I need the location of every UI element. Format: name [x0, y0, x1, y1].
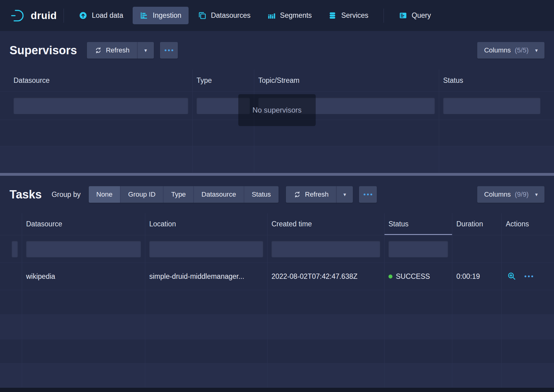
refresh-button[interactable]: Refresh — [286, 186, 336, 203]
datasource-cell[interactable]: wikipedia — [22, 263, 145, 290]
table-cell — [452, 290, 502, 314]
column-header-created-time[interactable]: Created time — [267, 213, 384, 235]
table-cell — [10, 92, 193, 120]
table-cell — [384, 290, 452, 314]
segments-icon — [267, 11, 275, 20]
actions-cell — [502, 263, 544, 290]
table-cell — [267, 339, 384, 363]
tasks-header-row: Datasource Location Created time Status … — [0, 213, 554, 235]
table-cell — [22, 290, 145, 314]
location-cell[interactable]: simple-druid-middlemanager... — [145, 263, 267, 290]
status-cell[interactable]: SUCCESS — [384, 263, 452, 290]
refresh-label: Refresh — [305, 190, 329, 198]
nav-item-segments[interactable]: Segments — [260, 7, 319, 24]
druid-logo[interactable]: druid — [10, 9, 57, 22]
horizontal-scrollbar[interactable] — [0, 173, 554, 176]
task-actions-menu-button[interactable] — [525, 275, 533, 277]
refresh-dropdown-button[interactable]: ▾ — [137, 42, 154, 59]
supervisors-refresh-group: Refresh ▾ — [87, 42, 154, 59]
table-cell — [22, 363, 145, 387]
table-cell — [439, 92, 544, 120]
table-cell — [384, 315, 452, 339]
status-filter-input[interactable] — [443, 98, 540, 114]
created-time-cell[interactable]: 2022-08-02T07:42:47.638Z — [267, 263, 384, 290]
chevron-down-icon: ▾ — [535, 47, 538, 54]
datasource-filter-input[interactable] — [26, 241, 141, 257]
logo-text: druid — [31, 10, 57, 21]
column-header-status[interactable]: Status — [384, 213, 452, 235]
table-cell — [22, 339, 145, 363]
group-by-datasource-button[interactable]: Datasource — [193, 186, 244, 203]
magnify-plus-icon — [507, 271, 516, 282]
table-row — [0, 146, 554, 173]
refresh-button[interactable]: Refresh — [87, 42, 137, 59]
table-cell — [439, 146, 544, 173]
group-by-type-button[interactable]: Type — [163, 186, 193, 203]
table-cell — [502, 315, 544, 339]
nav-item-label: Query — [412, 11, 431, 20]
column-header-datasource[interactable]: Datasource — [22, 213, 145, 235]
nav-item-label: Services — [341, 11, 368, 20]
cell-text: simple-druid-middlemanager... — [149, 272, 244, 281]
columns-label: Columns — [484, 46, 511, 54]
inspect-task-button[interactable] — [507, 271, 516, 282]
group-by-label: Group by — [52, 190, 81, 199]
table-cell — [10, 120, 193, 146]
column-header-type[interactable]: Type — [193, 70, 254, 91]
created-time-filter-input[interactable] — [271, 241, 380, 257]
table-cell — [145, 315, 267, 339]
tasks-more-button[interactable] — [359, 186, 377, 203]
success-status-dot — [388, 275, 392, 279]
navbar-divider — [64, 9, 64, 23]
table-cell — [384, 339, 452, 363]
task-id-filter-input[interactable] — [12, 241, 18, 257]
table-cell — [502, 235, 544, 263]
group-by-none-button[interactable]: None — [89, 186, 120, 203]
column-header-partial — [10, 213, 22, 235]
duration-cell[interactable]: 0:00:19 — [452, 263, 502, 290]
location-filter-input[interactable] — [149, 241, 263, 257]
nav-item-load-data[interactable]: Load data — [72, 7, 130, 24]
group-by-group-id-button[interactable]: Group ID — [120, 186, 163, 203]
refresh-icon — [95, 47, 102, 54]
column-header-topic-stream[interactable]: Topic/Stream — [254, 70, 439, 91]
button-label: Datasource — [201, 190, 236, 198]
button-label: Type — [171, 190, 186, 198]
table-row — [0, 363, 554, 388]
supervisors-columns-button[interactable]: Columns (5/5) ▾ — [477, 42, 544, 59]
columns-count: (9/9) — [515, 190, 529, 198]
more-icon — [165, 49, 173, 51]
table-cell — [10, 339, 22, 363]
status-filter-input[interactable] — [388, 241, 448, 257]
nav-item-datasources[interactable]: Datasources — [191, 7, 258, 24]
supervisors-more-button[interactable] — [160, 42, 178, 59]
group-by-status-button[interactable]: Status — [244, 186, 279, 203]
nav-item-ingestion[interactable]: Ingestion — [133, 7, 188, 24]
cell-text: 0:00:19 — [456, 272, 480, 281]
table-cell — [10, 315, 22, 339]
status-badge: SUCCESS — [396, 272, 430, 281]
table-row[interactable]: wikipedia simple-druid-middlemanager... … — [0, 263, 554, 290]
nav-item-query[interactable]: Query — [392, 7, 438, 24]
table-cell — [145, 339, 267, 363]
column-header-status[interactable]: Status — [439, 70, 544, 91]
column-header-datasource[interactable]: Datasource — [10, 70, 193, 91]
column-header-actions[interactable]: Actions — [502, 213, 544, 235]
nav-item-services[interactable]: Services — [321, 7, 375, 24]
button-label: None — [96, 190, 113, 198]
table-cell — [22, 235, 145, 263]
tasks-columns-button[interactable]: Columns (9/9) ▾ — [477, 186, 544, 203]
load-data-icon — [79, 11, 87, 20]
button-label: Status — [252, 190, 271, 198]
columns-count: (5/5) — [515, 46, 529, 54]
column-header-duration[interactable]: Duration — [452, 213, 502, 235]
datasource-filter-input[interactable] — [14, 98, 188, 114]
nav-item-label: Segments — [280, 11, 312, 20]
column-header-location[interactable]: Location — [145, 213, 267, 235]
horizontal-scrollbar[interactable] — [0, 388, 554, 392]
refresh-dropdown-button[interactable]: ▾ — [336, 186, 353, 203]
columns-label: Columns — [484, 190, 511, 198]
table-row — [0, 315, 554, 339]
table-cell — [452, 315, 502, 339]
table-cell — [439, 120, 544, 146]
